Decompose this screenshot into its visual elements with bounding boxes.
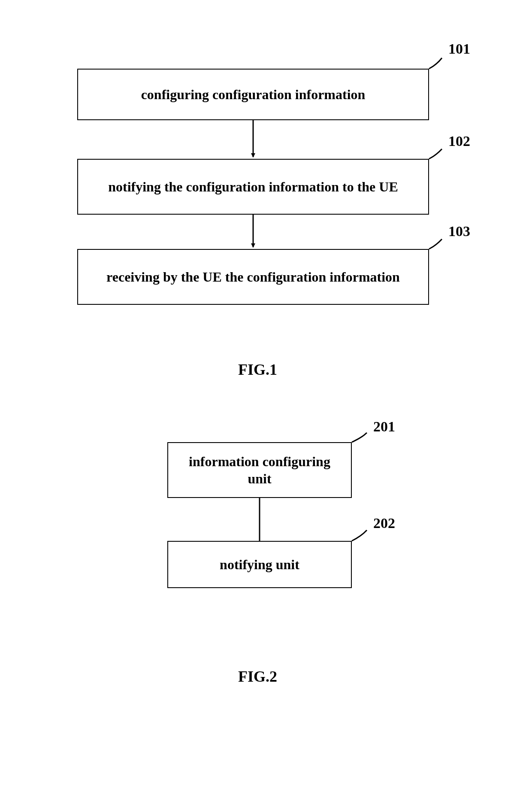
leader-202 [352, 530, 367, 541]
box-202: notifying unit [167, 541, 352, 588]
ref-label-101: 101 [448, 41, 470, 57]
fig1-caption: FIG.1 [238, 361, 277, 379]
leader-102 [429, 149, 442, 159]
box-101: configuring configuration information [77, 69, 429, 120]
ref-label-201: 201 [373, 419, 395, 435]
ref-label-202: 202 [373, 515, 395, 531]
leader-201 [352, 433, 367, 442]
leader-101 [429, 58, 442, 69]
fig2-caption: FIG.2 [238, 668, 277, 686]
box-102: notifying the configuration information … [77, 159, 429, 215]
ref-label-103: 103 [448, 223, 470, 240]
ref-label-102: 102 [448, 133, 470, 149]
box-103: receiving by the UE the configuration in… [77, 249, 429, 305]
leader-103 [429, 239, 442, 249]
box-201: information configuring unit [167, 442, 352, 498]
